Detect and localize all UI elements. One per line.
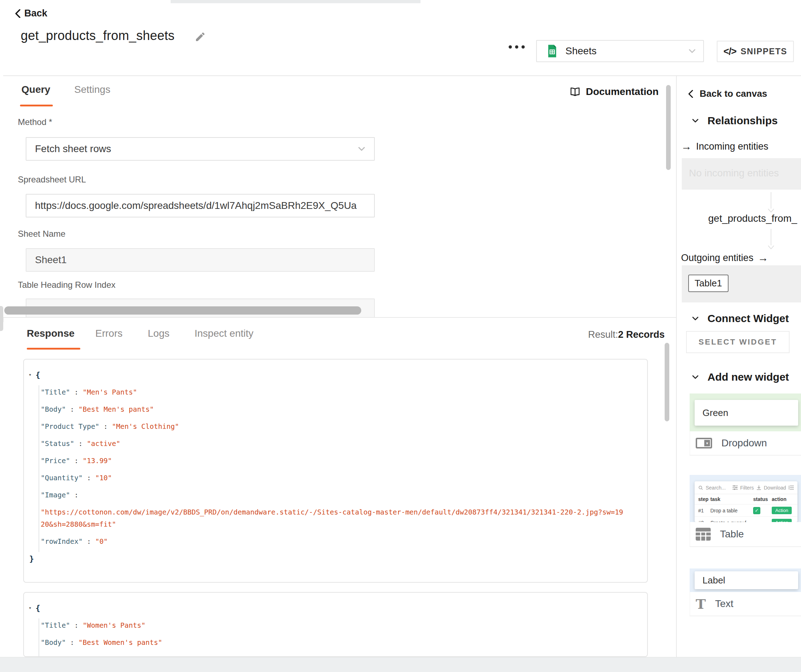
text-widget-label-row: T Text bbox=[690, 592, 801, 616]
json-value: "Best Women's pants" bbox=[79, 638, 162, 647]
tab-response[interactable]: Response bbox=[27, 328, 75, 339]
json-value: "0" bbox=[95, 537, 108, 546]
dropdown-icon: ▾ bbox=[696, 438, 712, 448]
widget-card-text[interactable]: Label T Text bbox=[690, 569, 801, 616]
tab-errors[interactable]: Errors bbox=[95, 328, 122, 339]
chevron-down-icon bbox=[356, 143, 367, 154]
json-field: "rowIndex" : "0" bbox=[24, 533, 627, 550]
select-widget-button[interactable]: SELECT WIDGET bbox=[686, 331, 790, 353]
response-vertical-scrollbar[interactable] bbox=[665, 343, 669, 421]
action-button: Action bbox=[772, 507, 792, 514]
datasource-label: Sheets bbox=[565, 45, 687, 57]
json-value: "active" bbox=[87, 440, 120, 448]
back-to-canvas-button[interactable]: Back to canvas bbox=[687, 88, 767, 99]
json-key: "rowIndex" bbox=[41, 537, 82, 546]
sheet-name-label: Sheet Name bbox=[18, 229, 65, 239]
outgoing-entity-chip[interactable]: Table1 bbox=[688, 275, 729, 292]
collapse-triangle-icon[interactable]: ▾ bbox=[29, 602, 31, 614]
table-preview-row: #2 Create a query fetch_users with the M… bbox=[695, 517, 798, 522]
arrow-down-icon bbox=[768, 208, 774, 213]
app-window: Back get_products_from_sheets Sheets </>… bbox=[0, 0, 801, 672]
back-to-canvas-label: Back to canvas bbox=[700, 88, 767, 99]
add-widget-section-header[interactable]: Add new widget bbox=[690, 371, 789, 383]
tab-logs[interactable]: Logs bbox=[148, 328, 170, 339]
json-key: "Quantity" bbox=[41, 474, 82, 482]
connect-widget-title: Connect Widget bbox=[708, 313, 789, 325]
documentation-link[interactable]: Documentation bbox=[569, 86, 659, 97]
incoming-entities-label: Incoming entities bbox=[696, 141, 769, 152]
dropdown-widget-label-row: ▾ Dropdown bbox=[690, 431, 801, 456]
back-button[interactable]: Back bbox=[14, 8, 47, 19]
json-colon: : bbox=[82, 474, 95, 482]
result-label: Result: bbox=[588, 329, 618, 340]
json-value: "13.99" bbox=[82, 457, 112, 465]
open-brace: { bbox=[35, 370, 40, 379]
json-colon: : bbox=[70, 621, 82, 630]
relationships-section-header[interactable]: Relationships bbox=[690, 114, 778, 127]
query-vertical-scrollbar[interactable] bbox=[666, 85, 671, 170]
filters-icon bbox=[732, 485, 738, 490]
tab-settings[interactable]: Settings bbox=[74, 84, 110, 95]
connect-widget-section-header[interactable]: Connect Widget bbox=[690, 313, 789, 325]
incoming-entities-box: No incoming entities bbox=[682, 158, 801, 190]
table-preview-toolbar: Search... Filters Download bbox=[695, 481, 798, 494]
col-status: status bbox=[753, 496, 772, 502]
filters-label: Filters bbox=[740, 485, 754, 491]
spreadsheet-url-input[interactable]: https://docs.google.com/spreadsheets/d/1… bbox=[26, 194, 375, 218]
json-value: "Best Men's pants" bbox=[79, 405, 154, 414]
active-tab-underline bbox=[20, 105, 53, 106]
json-colon: : bbox=[74, 440, 87, 448]
edit-pencil-icon[interactable] bbox=[195, 31, 206, 42]
json-field: "Body" : "Best Women's pants" bbox=[24, 634, 627, 651]
col-action: action bbox=[772, 496, 798, 502]
top-strip bbox=[170, 0, 420, 3]
json-field: "Product Type" : "Women's Clothing" bbox=[24, 651, 627, 657]
tab-query[interactable]: Query bbox=[21, 84, 50, 95]
snippets-button[interactable]: </> SNIPPETS bbox=[717, 41, 794, 62]
footer-band bbox=[0, 657, 801, 672]
spreadsheet-url-label: Spreadsheet URL bbox=[18, 175, 86, 185]
response-panel: Response Errors Logs Inspect entity Resu… bbox=[3, 322, 676, 657]
widget-card-table[interactable]: Search... Filters Download step task sta… bbox=[690, 475, 801, 547]
close-brace: } bbox=[29, 554, 34, 563]
tab-inspect-entity[interactable]: Inspect entity bbox=[195, 328, 253, 339]
method-select[interactable]: Fetch sheet rows bbox=[26, 137, 375, 161]
json-value: "https://cottonon.com/dw/image/v2/BBDS_P… bbox=[24, 504, 627, 533]
heading-row-index-label: Table Heading Row Index bbox=[18, 280, 116, 290]
json-record: ▾{"Title" : "Women's Pants""Body" : "Bes… bbox=[24, 593, 647, 657]
page-title: get_products_from_sheets bbox=[21, 28, 175, 43]
add-widget-title: Add new widget bbox=[708, 371, 789, 383]
cell-action: Action bbox=[772, 519, 798, 522]
json-value: "10" bbox=[95, 474, 112, 482]
table-preview: Search... Filters Download step task sta… bbox=[695, 481, 798, 522]
result-count: Result:2 Records bbox=[588, 329, 665, 340]
json-key: "Title" bbox=[41, 621, 70, 630]
json-key: "Title" bbox=[41, 388, 70, 396]
right-sidebar: Back to canvas Relationships → Incoming … bbox=[676, 76, 801, 657]
relationship-connector bbox=[768, 192, 774, 213]
json-field: "Status" : "active" bbox=[24, 435, 627, 453]
action-button: Action bbox=[772, 519, 792, 522]
json-field: "Body" : "Best Men's pants" bbox=[24, 401, 627, 418]
json-key: "Image" bbox=[41, 491, 70, 499]
horizontal-scrollbar[interactable] bbox=[4, 306, 361, 314]
outgoing-entities-box: Table1 bbox=[682, 265, 801, 303]
chevron-left-icon bbox=[687, 90, 694, 98]
left-edge-scroll-notch[interactable] bbox=[0, 306, 3, 331]
collapse-triangle-icon[interactable]: ▾ bbox=[29, 369, 31, 380]
cell-action: Action bbox=[772, 507, 798, 514]
search-placeholder: Search... bbox=[706, 485, 726, 491]
sheet-name-value: Sheet1 bbox=[35, 254, 374, 266]
json-value: "Men's Clothing" bbox=[112, 422, 179, 430]
datasource-select[interactable]: Sheets bbox=[536, 40, 704, 62]
json-field: "Product Type" : "Men's Clothing" bbox=[24, 418, 627, 435]
arrow-down-icon bbox=[768, 245, 774, 250]
widget-card-dropdown[interactable]: Green ▾ Dropdown bbox=[690, 393, 801, 456]
json-field: "Quantity" : "10" bbox=[24, 469, 627, 487]
response-record-2: ▾{"Title" : "Women's Pants""Body" : "Bes… bbox=[23, 592, 648, 657]
result-value: 2 Records bbox=[618, 329, 665, 340]
sheet-name-input[interactable]: Sheet1 bbox=[26, 248, 375, 272]
text-widget-preview: Label bbox=[690, 569, 801, 592]
more-menu-button[interactable] bbox=[509, 45, 525, 48]
json-key: "Status" bbox=[41, 440, 74, 448]
